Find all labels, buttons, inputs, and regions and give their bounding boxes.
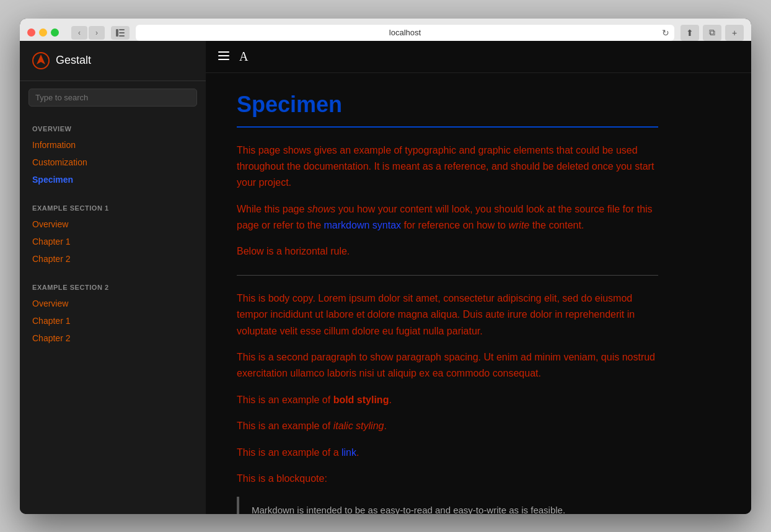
blockquote-intro: This is a blockquote:: [237, 471, 658, 487]
bold-text: bold styling: [333, 395, 389, 405]
browser-chrome: ‹ › localhost ↻ ⬆ ⧉ +: [20, 19, 751, 41]
sidebar-item-s1-overview[interactable]: Overview: [20, 216, 206, 233]
italic-prefix: This is an example of: [237, 421, 333, 431]
overview-header: OVERVIEW: [20, 119, 206, 136]
intro-paragraph-2: While this page shows you how your conte…: [237, 201, 658, 234]
svg-rect-7: [218, 59, 229, 60]
new-tab-button[interactable]: ⧉: [703, 25, 721, 41]
below-rule-text: Below is a horizontal rule.: [237, 243, 658, 259]
sidebar-item-s2-overview[interactable]: Overview: [20, 295, 206, 312]
url-text: localhost: [389, 28, 421, 37]
sidebar-header: Gestalt: [20, 41, 206, 81]
back-button[interactable]: ‹: [71, 26, 87, 40]
sidebar-item-s1-chapter2[interactable]: Chapter 2: [20, 250, 206, 268]
svg-rect-1: [119, 29, 125, 30]
svg-rect-6: [218, 55, 229, 56]
section2-header: EXAMPLE SECTION 2: [20, 277, 206, 295]
link-prefix: This is an example of a: [237, 447, 341, 458]
example-section-2: EXAMPLE SECTION 2 Overview Chapter 1 Cha…: [20, 273, 206, 352]
brand-name: Gestalt: [56, 54, 91, 67]
example-link[interactable]: link: [341, 447, 356, 458]
close-button[interactable]: [27, 28, 35, 37]
browser-titlebar: ‹ › localhost ↻ ⬆ ⧉ +: [27, 25, 744, 41]
italic-suffix: .: [384, 421, 386, 431]
bold-prefix: This is an example of: [237, 395, 333, 405]
sidebar-item-information[interactable]: Information: [20, 136, 206, 154]
body-paragraph-2: This is a second paragraph to show parag…: [237, 349, 658, 382]
sidebar-item-s2-chapter2[interactable]: Chapter 2: [20, 329, 206, 347]
logo-icon: [32, 52, 50, 69]
forward-button[interactable]: ›: [89, 26, 105, 40]
section1-header: EXAMPLE SECTION 1: [20, 198, 206, 216]
search-input[interactable]: [29, 89, 197, 107]
italic-text: italic styling: [333, 421, 384, 431]
reload-button[interactable]: ↻: [662, 28, 669, 38]
blockquote: Markdown is intended to be as easy-to-re…: [237, 497, 658, 513]
italic-example: This is an example of italic styling.: [237, 418, 658, 434]
svg-rect-5: [218, 51, 229, 53]
sidebar-item-s1-chapter1[interactable]: Chapter 1: [20, 233, 206, 250]
svg-rect-2: [119, 32, 125, 33]
address-bar[interactable]: localhost ↻: [136, 25, 674, 41]
body-paragraph-1: This is body copy. Lorem ipsum dolor sit…: [237, 290, 658, 339]
sidebar-toggle-button[interactable]: [111, 26, 130, 40]
blockquote-text: Markdown is intended to be as easy-to-re…: [252, 503, 646, 513]
sidebar: Gestalt OVERVIEW Information Customizati…: [20, 41, 206, 514]
minimize-button[interactable]: [39, 28, 47, 37]
intro-paragraph-1: This page shows gives an example of typo…: [237, 142, 658, 191]
app-container: Gestalt OVERVIEW Information Customizati…: [20, 41, 751, 514]
maximize-button[interactable]: [51, 28, 59, 37]
intro2-suffix-prefix: for reference on how to: [401, 220, 508, 230]
content-toolbar: A: [206, 41, 751, 73]
example-section-1: EXAMPLE SECTION 1 Overview Chapter 1 Cha…: [20, 193, 206, 273]
article: Specimen This page shows gives an exampl…: [206, 73, 689, 514]
intro2-write: write: [508, 220, 529, 230]
content-area: A Specimen This page shows gives an exam…: [206, 41, 751, 514]
title-divider: [237, 126, 658, 128]
link-example: This is an example of a link.: [237, 445, 658, 461]
intro2-shows: shows: [307, 204, 335, 214]
browser-actions: ⬆ ⧉ +: [681, 25, 744, 41]
bold-example: This is an example of bold styling.: [237, 392, 658, 408]
bold-suffix: .: [389, 395, 391, 405]
markdown-syntax-link[interactable]: markdown syntax: [324, 220, 402, 230]
nav-buttons: ‹ ›: [71, 26, 105, 40]
address-bar-row: localhost ↻: [136, 25, 674, 41]
menu-icon[interactable]: [218, 50, 229, 63]
overview-section: OVERVIEW Information Customization Speci…: [20, 114, 206, 193]
intro2-suffix: the content.: [529, 220, 584, 230]
article-title: Specimen: [237, 92, 658, 118]
sidebar-item-customization[interactable]: Customization: [20, 154, 206, 171]
sidebar-item-s2-chapter1[interactable]: Chapter 1: [20, 312, 206, 329]
svg-rect-0: [116, 29, 118, 37]
traffic-lights: [27, 28, 59, 37]
svg-rect-3: [119, 35, 125, 37]
browser-window: ‹ › localhost ↻ ⬆ ⧉ +: [20, 19, 751, 514]
link-suffix: .: [356, 447, 359, 458]
share-button[interactable]: ⬆: [681, 25, 699, 41]
add-tab-button[interactable]: +: [725, 25, 744, 41]
horizontal-rule: [237, 275, 658, 276]
intro2-prefix: While this page: [237, 204, 307, 214]
font-icon[interactable]: A: [239, 50, 248, 64]
sidebar-item-specimen[interactable]: Specimen: [20, 171, 206, 188]
